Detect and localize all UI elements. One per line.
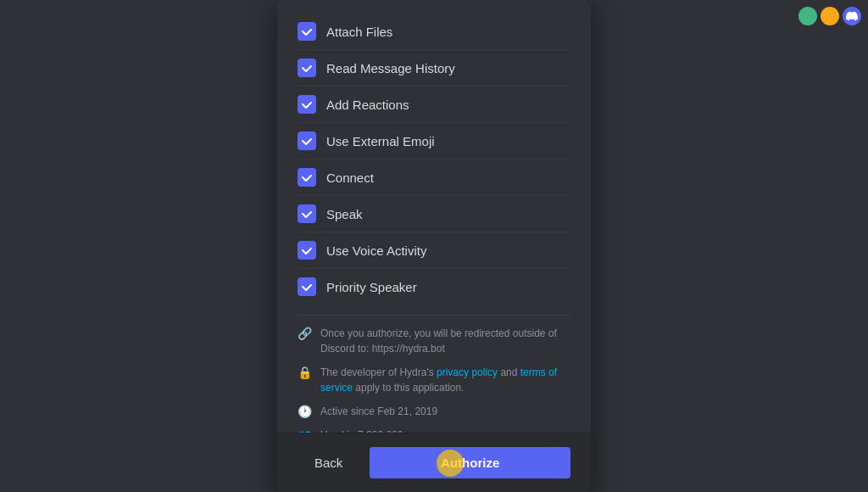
permission-item-read-message-history: Read Message History [298, 50, 570, 87]
icon-yellow [821, 7, 839, 25]
permission-item-add-reactions: Add Reactions [298, 87, 570, 123]
info-active: 🕐 Active since Feb 21, 2019 [298, 404, 570, 419]
permission-item-attach-files: Attach Files [298, 14, 570, 50]
info-section: 🔗 Once you authorize, you will be redire… [298, 326, 570, 433]
redirect-text: Once you authorize, you will be redirect… [320, 326, 570, 356]
modal-body: Attach Files Read Message History Add Re… [277, 0, 591, 433]
permission-label-attach-files: Attach Files [326, 25, 392, 39]
permission-label-connect: Connect [326, 171, 374, 185]
clock-icon: 🕐 [298, 405, 312, 418]
permission-label-use-external-emoji: Use External Emoji [326, 134, 435, 148]
permission-item-use-external-emoji: Use External Emoji [298, 123, 570, 159]
checkbox-add-reactions[interactable] [298, 95, 316, 114]
permission-label-read-message-history: Read Message History [326, 61, 455, 75]
top-right-icons [798, 7, 861, 25]
permissions-list: Attach Files Read Message History Add Re… [298, 14, 570, 305]
checkbox-read-message-history[interactable] [298, 59, 316, 77]
link-icon: 🔗 [298, 327, 312, 340]
discord-icon [843, 7, 861, 25]
checkbox-connect[interactable] [298, 168, 316, 187]
active-text: Active since Feb 21, 2019 [320, 404, 437, 419]
info-privacy: 🔒 The developer of Hydra's privacy polic… [298, 365, 570, 395]
checkbox-attach-files[interactable] [298, 22, 316, 41]
icon-green [798, 7, 817, 25]
modal-footer: Back Authorize [277, 433, 591, 492]
authorize-label: Authorize [441, 456, 499, 470]
permission-item-priority-speaker: Priority Speaker [298, 269, 570, 305]
permission-label-use-voice-activity: Use Voice Activity [326, 243, 426, 258]
info-redirect: 🔗 Once you authorize, you will be redire… [298, 326, 570, 356]
permission-item-speak: Speak [298, 196, 570, 232]
permission-item-use-voice-activity: Use Voice Activity [298, 232, 570, 269]
permission-item-connect: Connect [298, 159, 570, 196]
divider [298, 315, 570, 316]
permission-label-priority-speaker: Priority Speaker [326, 280, 417, 294]
checkbox-use-voice-activity[interactable] [298, 241, 316, 260]
authorization-modal: Attach Files Read Message History Add Re… [277, 0, 591, 492]
checkbox-speak[interactable] [298, 204, 316, 223]
privacy-policy-link[interactable]: privacy policy [437, 366, 498, 378]
permission-label-add-reactions: Add Reactions [326, 98, 409, 112]
checkbox-use-external-emoji[interactable] [298, 131, 316, 150]
lock-icon: 🔒 [298, 366, 312, 379]
authorize-button[interactable]: Authorize [370, 447, 570, 478]
checkbox-priority-speaker[interactable] [298, 277, 316, 296]
back-button[interactable]: Back [298, 447, 359, 478]
privacy-text: The developer of Hydra's privacy policy … [320, 365, 570, 395]
permission-label-speak: Speak [326, 207, 363, 221]
